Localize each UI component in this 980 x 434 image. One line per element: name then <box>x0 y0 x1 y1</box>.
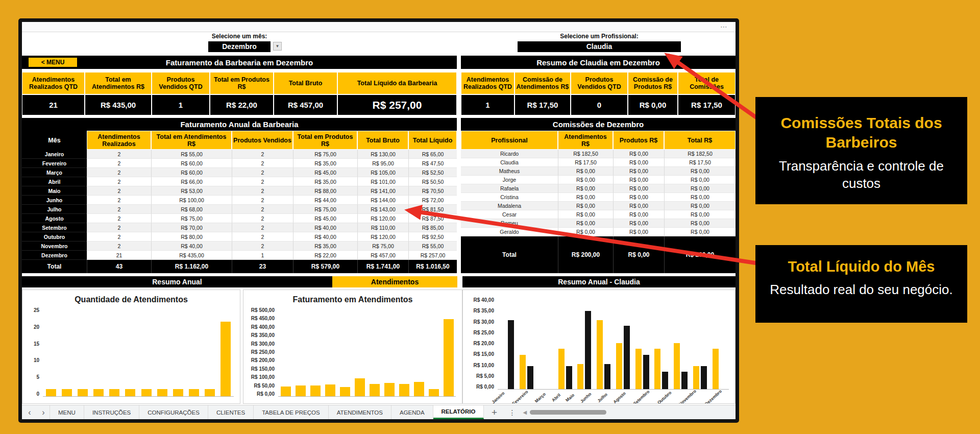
table-row: RicardoR$ 182,50R$ 0,00R$ 182,50 <box>461 150 736 158</box>
callout-total-liquido-title: Total Líquido do Mês <box>765 257 958 276</box>
bar <box>355 378 365 396</box>
table-row: RafaelaR$ 0,00R$ 0,00R$ 0,00 <box>461 184 736 193</box>
row-cell: R$ 0,00 <box>613 210 664 219</box>
sheet-tab-menu[interactable]: MENU <box>50 405 84 419</box>
row-cell: R$ 144,00 <box>357 196 408 205</box>
menu-button[interactable]: < MENU <box>29 58 77 67</box>
month-dropdown-arrow-icon[interactable]: ▼ <box>273 42 282 51</box>
bar-black <box>508 320 514 389</box>
bar-group <box>674 297 688 389</box>
row-cell: R$ 435,00 <box>151 251 232 260</box>
summary-value: R$ 0,00 <box>628 94 678 115</box>
row-cell: 2 <box>232 223 293 232</box>
scrollbar-left-icon[interactable]: ◀ <box>523 409 527 415</box>
sheet-tab-configurações[interactable]: CONFIGURAÇÕES <box>139 405 208 419</box>
professional-summary-title: Resumo de Claudia em Dezembro <box>536 58 660 67</box>
column-header: Produtos Vendidos QTD <box>571 72 628 94</box>
table-row: Março2R$ 60,002R$ 45,00R$ 105,00R$ 52,50 <box>22 168 457 177</box>
row-month: Dezembro <box>22 251 87 260</box>
month-dropdown[interactable]: Dezembro <box>208 41 271 52</box>
row-cell: R$ 95,00 <box>357 159 408 168</box>
bar <box>429 389 439 396</box>
add-sheet-icon[interactable]: + <box>484 405 504 419</box>
row-month: Novembro <box>22 242 87 251</box>
row-cell: R$ 0,00 <box>664 184 736 193</box>
ytick-label: 25 <box>34 307 39 313</box>
column-header: Comissão de Produtos R$ <box>628 72 678 94</box>
row-cell: R$ 0,00 <box>664 193 736 202</box>
column-header: Produtos Vendidos <box>232 131 293 150</box>
column-header: Total em Produtos R$ <box>293 131 357 150</box>
professional-selector-group: Selecione um Profissional: Claudia <box>515 33 683 52</box>
bar-yellow <box>597 320 603 389</box>
table-row: RomeuR$ 0,00R$ 0,00R$ 0,00 <box>461 219 736 228</box>
charts-atendimentos-tab-label: Atendimentos <box>371 278 419 286</box>
ytick-label: R$ 35,00 <box>473 308 494 314</box>
summary-value: R$ 457,00 <box>274 94 337 115</box>
total-cell: 23 <box>232 260 293 273</box>
sheet-tab-relatório[interactable]: RELATÓRIO <box>433 405 484 419</box>
bar <box>340 387 350 396</box>
table-row: CesarR$ 0,00R$ 0,00R$ 0,00 <box>461 210 736 219</box>
ytick-label: R$ 350,00 <box>251 332 275 338</box>
table-row: MadalenaR$ 0,00R$ 0,00R$ 0,00 <box>461 202 736 210</box>
column-header: Total Bruto <box>274 72 337 94</box>
spreadsheet-window: ⋯ Selecione um mês: Dezembro ▼ Selecione… <box>18 18 739 423</box>
bar <box>370 384 380 396</box>
sheet-tab-agenda[interactable]: AGENDA <box>391 405 433 419</box>
window-menu-dots-icon[interactable]: ⋯ <box>720 22 728 31</box>
total-cell: R$ 1.162,00 <box>151 260 232 273</box>
row-month: Abril <box>22 177 87 186</box>
professional-selector-label: Selecione um Profissional: <box>515 33 683 40</box>
row-cell: 2 <box>87 205 151 214</box>
ytick-label: R$ 100,00 <box>251 374 275 380</box>
row-cell: 2 <box>232 196 293 205</box>
callout-comissoes: Comissões Totais dos Barbeiros Transparê… <box>755 97 967 204</box>
summary-value: R$ 17,50 <box>514 94 571 115</box>
row-cell: Romeu <box>461 219 558 228</box>
bar-black <box>527 366 533 389</box>
summary-value: 1 <box>152 94 210 115</box>
row-month: Janeiro <box>22 150 87 159</box>
scrollbar-thumb[interactable] <box>530 410 606 415</box>
xtick-label: Setembro <box>632 389 656 404</box>
tabs-next-icon[interactable]: › <box>37 405 50 419</box>
sheets-menu-kebab-icon[interactable]: ⋮ <box>504 405 520 419</box>
professional-summary-columns: Atendimentos Realizados QTDComissão de A… <box>461 72 736 94</box>
ytick-label: R$ 5,00 <box>476 373 494 379</box>
bar <box>205 389 215 396</box>
callout-comissoes-subtitle: Transparência e controle de custos <box>765 158 958 192</box>
chart2-plot <box>278 307 456 397</box>
row-cell: Madalena <box>461 202 558 210</box>
summary-value: R$ 22,00 <box>210 94 274 115</box>
chart3-plot <box>498 297 729 390</box>
sheet-tab-tabela de preços[interactable]: TABELA DE PREÇOS <box>254 405 329 419</box>
row-cell: R$ 92,50 <box>408 232 457 242</box>
table-row: Julho2R$ 68,002R$ 75,00R$ 143,00R$ 81,50 <box>22 205 457 214</box>
bar <box>310 385 321 396</box>
row-cell: R$ 87,50 <box>408 214 457 223</box>
table-row: Dezembro21R$ 435,001R$ 22,00R$ 457,00R$ … <box>22 251 457 260</box>
bar-black <box>604 364 610 390</box>
row-cell: 2 <box>87 150 151 159</box>
commissions-table-header: Comissões de Dezembro <box>461 118 736 131</box>
ytick-label: R$ 250,00 <box>251 349 275 355</box>
bar-group <box>616 297 630 389</box>
sheet-tab-instruções[interactable]: INSTRUÇÕES <box>84 405 139 419</box>
ytick-label: R$ 30,00 <box>473 319 494 325</box>
bar-group <box>539 297 553 389</box>
table-row: Abril2R$ 66,002R$ 35,00R$ 101,00R$ 50,50 <box>22 177 457 186</box>
row-cell: R$ 80,00 <box>151 232 232 242</box>
charts-atendimentos-tab[interactable]: Atendimentos <box>332 276 457 287</box>
total-cell: R$ 1.016,50 <box>408 260 457 273</box>
professional-dropdown[interactable]: Claudia <box>518 41 681 52</box>
summary-value: R$ 257,00 <box>337 94 457 115</box>
sheet-tab-clientes[interactable]: CLIENTES <box>208 405 254 419</box>
tabs-prev-icon[interactable]: ‹ <box>22 405 37 419</box>
bar-yellow <box>713 349 719 389</box>
row-cell: R$ 75,00 <box>357 242 408 251</box>
row-cell: 2 <box>87 242 151 251</box>
xtick-label: Fevereiro <box>511 389 535 404</box>
sheet-tab-atendimentos[interactable]: ATENDIMENTOS <box>329 405 391 419</box>
row-cell: 1 <box>232 251 293 260</box>
